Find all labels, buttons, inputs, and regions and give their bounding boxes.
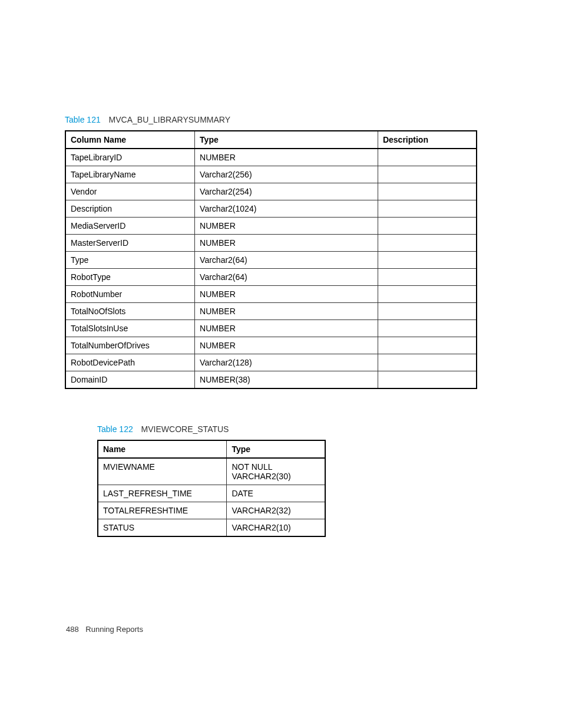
table-cell: TapeLibraryName (65, 166, 195, 183)
table-row: MediaServerIDNUMBER (65, 218, 477, 235)
table-cell (378, 149, 477, 166)
page-number: 488 (66, 625, 79, 634)
table-header-row: Name Type (98, 440, 325, 458)
table-cell: NUMBER (195, 235, 378, 252)
table-121-number: Table 121 (65, 115, 101, 124)
table-row: DescriptionVarchar2(1024) (65, 200, 477, 218)
table-cell: MediaServerID (65, 218, 195, 235)
table-cell: TOTALREFRESHTIME (98, 502, 227, 519)
table-cell: VARCHAR2(32) (227, 502, 325, 519)
table-122-number: Table 122 (97, 424, 133, 434)
table-121-caption: Table 121 MVCA_BU_LIBRARYSUMMARY (65, 115, 480, 124)
table-cell: Varchar2(256) (195, 166, 378, 183)
table-row: TapeLibraryIDNUMBER (65, 149, 477, 166)
table-122: Name Type MVIEWNAMENOT NULL VARCHAR2(30)… (97, 440, 326, 537)
table-cell: Varchar2(1024) (195, 200, 378, 218)
table-cell: MVIEWNAME (98, 458, 227, 485)
table-cell (378, 218, 477, 235)
table-cell: VARCHAR2(10) (227, 519, 325, 537)
table-cell (378, 252, 477, 269)
table-cell: TotalSlotsInUse (65, 320, 195, 337)
table-cell: TotalNumberOfDrives (65, 337, 195, 354)
table-cell: Varchar2(254) (195, 183, 378, 200)
table-cell: Description (65, 200, 195, 218)
table-cell (378, 166, 477, 183)
table-cell (378, 286, 477, 303)
table-121-body: TapeLibraryIDNUMBERTapeLibraryNameVarcha… (65, 149, 477, 388)
col-header: Name (98, 440, 227, 458)
table-cell: NOT NULL VARCHAR2(30) (227, 458, 325, 485)
table-122-body: MVIEWNAMENOT NULL VARCHAR2(30)LAST_REFRE… (98, 458, 325, 536)
table-cell: DATE (227, 485, 325, 502)
table-cell (378, 371, 477, 389)
table-cell: NUMBER(38) (195, 371, 378, 389)
page-footer: 488 Running Reports (66, 625, 143, 634)
table-row: LAST_REFRESH_TIMEDATE (98, 485, 325, 502)
table-cell (378, 235, 477, 252)
table-row: RobotDevicePathVarchar2(128) (65, 354, 477, 371)
table-122-caption: Table 122 MVIEWCORE_STATUS (97, 424, 480, 434)
col-header: Type (195, 131, 378, 149)
table-cell (378, 183, 477, 200)
table-cell: Type (65, 252, 195, 269)
table-121-block: Table 121 MVCA_BU_LIBRARYSUMMARY Column … (65, 115, 480, 389)
table-121-title: MVCA_BU_LIBRARYSUMMARY (109, 115, 230, 124)
table-row: MVIEWNAMENOT NULL VARCHAR2(30) (98, 458, 325, 485)
col-header: Description (378, 131, 477, 149)
table-cell: Vendor (65, 183, 195, 200)
table-cell: DomainID (65, 371, 195, 389)
table-cell: TotalNoOfSlots (65, 303, 195, 320)
table-cell: Varchar2(128) (195, 354, 378, 371)
col-header: Column Name (65, 131, 195, 149)
table-cell: TapeLibraryID (65, 149, 195, 166)
table-cell (378, 303, 477, 320)
table-row: STATUSVARCHAR2(10) (98, 519, 325, 537)
table-cell: NUMBER (195, 337, 378, 354)
table-row: TapeLibraryNameVarchar2(256) (65, 166, 477, 183)
table-cell: Varchar2(64) (195, 252, 378, 269)
table-cell: NUMBER (195, 218, 378, 235)
table-row: RobotNumberNUMBER (65, 286, 477, 303)
table-row: VendorVarchar2(254) (65, 183, 477, 200)
table-row: TotalNoOfSlotsNUMBER (65, 303, 477, 320)
table-cell (378, 269, 477, 286)
table-row: DomainIDNUMBER(38) (65, 371, 477, 389)
table-cell: Varchar2(64) (195, 269, 378, 286)
table-cell: NUMBER (195, 303, 378, 320)
table-row: TotalSlotsInUseNUMBER (65, 320, 477, 337)
table-cell: NUMBER (195, 286, 378, 303)
col-header: Type (227, 440, 325, 458)
table-cell (378, 354, 477, 371)
footer-section: Running Reports (85, 625, 143, 634)
table-cell: RobotType (65, 269, 195, 286)
table-cell (378, 200, 477, 218)
table-header-row: Column Name Type Description (65, 131, 477, 149)
table-cell: NUMBER (195, 149, 378, 166)
table-row: TOTALREFRESHTIMEVARCHAR2(32) (98, 502, 325, 519)
table-cell (378, 320, 477, 337)
table-row: MasterServerIDNUMBER (65, 235, 477, 252)
table-row: RobotTypeVarchar2(64) (65, 269, 477, 286)
table-cell: LAST_REFRESH_TIME (98, 485, 227, 502)
table-cell: MasterServerID (65, 235, 195, 252)
table-cell: RobotDevicePath (65, 354, 195, 371)
table-row: TotalNumberOfDrivesNUMBER (65, 337, 477, 354)
table-cell: RobotNumber (65, 286, 195, 303)
table-cell (378, 337, 477, 354)
table-cell: STATUS (98, 519, 227, 537)
table-122-block: Table 122 MVIEWCORE_STATUS Name Type MVI… (65, 424, 480, 537)
table-121: Column Name Type Description TapeLibrary… (65, 130, 477, 389)
table-122-title: MVIEWCORE_STATUS (141, 424, 229, 434)
table-cell: NUMBER (195, 320, 378, 337)
table-row: TypeVarchar2(64) (65, 252, 477, 269)
